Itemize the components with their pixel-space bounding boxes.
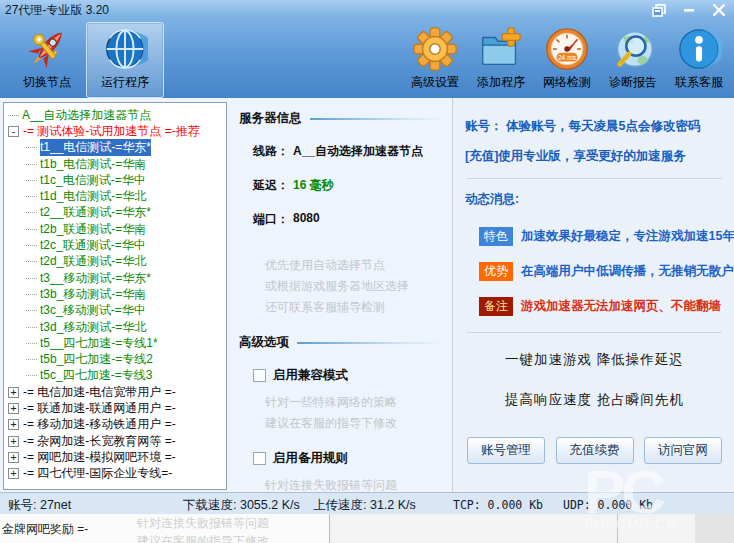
collapse-icon[interactable]: - [8,126,19,137]
tree-group-proxy47[interactable]: +-= 四七代理-国际企业专线=- [5,466,226,482]
tree-item-t2b[interactable]: t2b_联通测试-=华南 [5,221,226,237]
server-hint-2: 或根据游戏服务器地区选择 [265,278,443,295]
tree-item-t2[interactable]: t2__联通测试-=华东* [5,205,226,221]
tree-connector [26,229,37,230]
tree-item-t5[interactable]: t5__四七加速-=专线1* [5,335,226,351]
network-test-button[interactable]: 24 ms 网络检测 [534,22,600,98]
expand-icon[interactable]: + [8,403,19,414]
tree-group-unicom[interactable]: +-= 联通加速-联通网通用户 =- [5,400,226,416]
diagnostic-report-label: 诊断报告 [609,74,657,91]
tree-connector [8,115,19,116]
tray-icon [652,4,666,17]
tree-item-auto[interactable]: A__自动选择加速器节点 [5,107,226,123]
visit-website-button[interactable]: 访问官网 [644,437,722,464]
tree-item-label: t5c_四七加速-=专线3 [40,367,152,384]
line-row: 线路： A__自动选择加速器节点 [253,143,443,160]
tree-item-label: -= 移动加速-移动铁通用户 =- [23,416,176,433]
tree-item-label: -= 联通加速-联通网通用户 =- [23,400,176,417]
feature-badge: 特色 [479,227,513,246]
line-value: A__自动选择加速器节点 [293,143,423,160]
tree-item-label: t3__移动测试-=华东* [40,270,151,287]
tray-button[interactable] [648,2,670,18]
tree-item-t3[interactable]: t3__移动测试-=华东* [5,270,226,286]
port-value: 8080 [293,211,320,228]
minimize-icon [683,4,695,16]
tree-item-t2c[interactable]: t2c_联通测试-=华中 [5,237,226,253]
recharge-renew-button[interactable]: 充值续费 [556,437,634,464]
compat-hint-2: 建议在客服的指导下修改 [265,415,443,432]
tree-item-t1d[interactable]: t1d_电信测试-=华北 [5,188,226,204]
news-item-feature: 特色 加速效果好最稳定，专注游戏加速15年 [479,227,724,246]
tree-connector [26,261,37,262]
tree-group-misc[interactable]: +-= 杂网加速-长宽教育网等 =- [5,433,226,449]
status-account: 账号: 27net [8,497,71,514]
window-title: 27代理-专业版 3.20 [0,2,109,19]
compat-mode-label: 启用兼容模式 [273,367,348,384]
tree-item-t5c[interactable]: t5c_四七加速-=专线3 [5,368,226,384]
tree-connector [26,359,37,360]
main-area: A__自动选择加速器节点 --= 测试体验-试用加速节点 =-推荐 t1__电信… [0,98,734,492]
tree-item-t3d[interactable]: t3d_移动测试-=华北 [5,319,226,335]
tree-connector [26,245,37,246]
recharge-link[interactable]: [充值]使用专业版，享受更好的加速服务 [465,148,724,165]
backup-rule-checkbox[interactable] [253,452,266,465]
tree-item-t1[interactable]: t1__电信测试-=华东* [5,140,226,156]
tree-group-mobile[interactable]: +-= 移动加速-移动铁通用户 =- [5,417,226,433]
tree-group-netbar[interactable]: +-= 网吧加速-模拟网吧环境 =- [5,449,226,465]
expand-icon[interactable]: + [8,387,19,398]
tree-item-t1b[interactable]: t1b_电信测试-=华南 [5,156,226,172]
tree-item-t3c[interactable]: t3c_移动测试-=华中 [5,303,226,319]
account-manage-button[interactable]: 账号管理 [467,437,545,464]
compat-hint-1: 针对一些特殊网络的策略 [265,394,443,411]
tree-item-t2d[interactable]: t2d_联通测试-=华北 [5,254,226,270]
switch-node-button[interactable]: 切换节点 [8,22,86,98]
feature-text: 加速效果好最稳定，专注游戏加速15年 [521,228,734,245]
tree-item-t3b[interactable]: t3b_移动测试-=华南 [5,286,226,302]
group-divider-line [310,118,444,120]
delay-value: 16 毫秒 [293,177,334,194]
advanced-options-header: 高级选项 [239,334,443,351]
toolbar: 切换节点 运行程序 [0,20,734,98]
expand-icon[interactable]: + [8,436,19,447]
tree-connector [26,278,37,279]
advanced-settings-label: 高级设置 [411,74,459,91]
slogan-line-2: 提高响应速度 抢占瞬间先机 [465,391,724,409]
backup-rule-checkbox-row[interactable]: 启用备用规则 [253,450,443,467]
compat-mode-checkbox-row[interactable]: 启用兼容模式 [253,367,443,384]
server-hint-1: 优先使用自动选择节点 [265,257,443,274]
minimize-button[interactable] [678,2,700,18]
server-info-panel: 服务器信息 线路： A__自动选择加速器节点 延迟： 16 毫秒 端口： 808… [231,98,449,492]
compat-mode-checkbox[interactable] [253,369,266,382]
diagnostic-report-button[interactable]: 诊断报告 [600,22,666,98]
speedometer-icon: 24 ms [544,26,590,72]
line-label: 线路： [253,143,289,160]
group-divider-line [297,342,443,344]
news-item-note: 备注 游戏加速器无法加速网页、不能翻墙 [479,297,724,316]
tree-connector [26,327,37,328]
advanced-settings-button[interactable]: 高级设置 [402,22,468,98]
tree-item-label: t2__联通测试-=华东* [40,204,151,221]
server-tree[interactable]: A__自动选择加速器节点 --= 测试体验-试用加速节点 =-推荐 t1__电信… [3,102,227,490]
app-window: 27代理-专业版 3.20 [0,0,734,543]
tree-item-trial-group[interactable]: --= 测试体验-试用加速节点 =-推荐 [5,123,226,139]
contact-support-button[interactable]: 联系客服 [666,22,732,98]
tree-item-label: t5__四七加速-=专线1* [40,335,158,352]
tree-connector [26,212,37,213]
tree-group-telecom[interactable]: +-= 电信加速-电信宽带用户 =- [5,384,226,400]
expand-icon[interactable]: + [8,452,19,463]
server-info-title: 服务器信息 [239,110,302,127]
background-window-strip: 金牌网吧奖励 =- 针对连接失败报错等问题 建议在客服的指导下修改 [0,514,734,543]
tree-item-t1c[interactable]: t1c_电信测试-=华中 [5,172,226,188]
info-icon [676,26,722,72]
tree-item-label: t1d_电信测试-=华北 [40,188,146,205]
add-program-button[interactable]: 添加程序 [468,22,534,98]
expand-icon[interactable]: + [8,468,19,479]
title-bar[interactable]: 27代理-专业版 3.20 [0,0,734,20]
tree-item-label: t2b_联通测试-=华南 [40,221,146,238]
run-program-button[interactable]: 运行程序 [86,22,164,98]
status-tcp: TCP: 0.000 Kb [453,498,543,512]
expand-icon[interactable]: + [8,419,19,430]
tree-item-t5b[interactable]: t5b_四七加速-=专线2 [5,351,226,367]
close-button[interactable] [708,2,730,18]
account-info-line: 账号： 体验账号，每天凌晨5点会修改密码 [465,118,724,135]
